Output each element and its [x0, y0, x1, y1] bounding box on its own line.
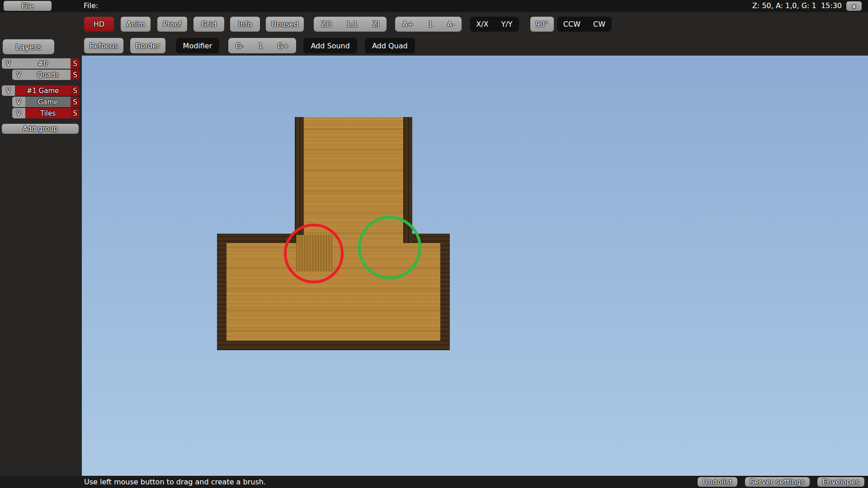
unused-toggle-button[interactable]: Unused	[266, 17, 304, 32]
layer-label[interactable]: Game	[25, 97, 71, 107]
map-canvas[interactable]	[82, 56, 868, 476]
modifier-button[interactable]: Modifier	[176, 38, 220, 53]
undolist-button[interactable]: Undolist	[698, 477, 737, 487]
proof-toggle-button[interactable]: Proof	[157, 17, 187, 32]
toolbar-row-2: Refocus Border Modifier G- 1 G+ Add Soun…	[84, 38, 415, 53]
refocus-button[interactable]: Refocus	[84, 38, 123, 53]
grid-size-value: 1	[251, 38, 270, 53]
layer-label[interactable]: Quads	[25, 70, 71, 80]
file-menu-button[interactable]: File	[4, 1, 52, 11]
visibility-toggle[interactable]: V	[12, 70, 25, 80]
anim-speed-up-button[interactable]: A+	[395, 17, 420, 32]
save-toggle[interactable]: S	[71, 70, 80, 80]
file-path-label: File:	[84, 1, 98, 10]
editor-status-readout: Z: 50, A: 1,0, G: 1 15:30	[752, 1, 842, 10]
grid-toggle-button[interactable]: Grid	[193, 17, 224, 32]
zoom-in-button[interactable]: ZI	[365, 17, 387, 32]
envelopes-button[interactable]: Envelopes	[817, 477, 864, 487]
status-bar-buttons: Undolist Server settings Envelopes	[698, 477, 864, 487]
anim-toggle-button[interactable]: Anim	[121, 17, 151, 32]
grid-size-group: G- 1 G+	[228, 38, 296, 53]
green-circle-annotation	[358, 216, 421, 279]
server-settings-button[interactable]: Server settings	[745, 477, 810, 487]
visibility-toggle[interactable]: V	[2, 85, 15, 96]
layer-row-game[interactable]: V Game S	[12, 97, 80, 107]
rotate-90-button[interactable]: 90°	[530, 17, 554, 32]
info-toggle-button[interactable]: Info	[230, 17, 260, 32]
layers-panel-title[interactable]: Layers	[3, 39, 54, 54]
hd-toggle-button[interactable]: HD	[84, 17, 114, 32]
toolbar-row-1: HD Anim Proof Grid Info Unused ZO 1:1 ZI…	[84, 17, 612, 32]
layer-label[interactable]: Tiles	[25, 108, 71, 118]
layers-panel: Layers V #0 S V Quads S V #1 Game S V Ga…	[2, 39, 80, 134]
save-toggle[interactable]: S	[71, 108, 80, 118]
add-sound-button[interactable]: Add Sound	[303, 38, 357, 53]
layer-row-tiles[interactable]: V Tiles S	[12, 108, 80, 118]
zoom-group: ZO 1:1 ZI	[314, 17, 387, 32]
zoom-out-button[interactable]: ZO	[314, 17, 339, 32]
add-group-button[interactable]: Add group	[2, 124, 79, 134]
anim-speed-value: 1	[421, 17, 440, 32]
visibility-toggle[interactable]: V	[12, 97, 25, 107]
border-button[interactable]: Border	[130, 38, 165, 53]
red-circle-annotation	[284, 224, 344, 283]
flip-x-button[interactable]: X/X	[470, 17, 495, 32]
close-icon[interactable]: x	[846, 1, 862, 11]
rotate-group: CCW CW	[557, 17, 612, 32]
top-menu-bar: File File: Z: 50, A: 1,0, G: 1 15:30 x	[0, 0, 868, 12]
layer-group-row-1-game[interactable]: V #1 Game S	[2, 85, 80, 96]
group-label[interactable]: #0	[15, 58, 71, 69]
visibility-toggle[interactable]: V	[2, 58, 15, 69]
status-bar: Use left mouse button to drag and create…	[0, 476, 868, 488]
group-label[interactable]: #1 Game	[15, 85, 71, 96]
rotate-ccw-button[interactable]: CCW	[557, 17, 587, 32]
save-toggle[interactable]: S	[71, 97, 80, 107]
save-toggle[interactable]: S	[71, 58, 80, 69]
layer-row-quads[interactable]: V Quads S	[12, 70, 80, 80]
grid-size-dec-button[interactable]: G-	[228, 38, 251, 53]
grid-size-inc-button[interactable]: G+	[270, 38, 297, 53]
flip-y-button[interactable]: Y/Y	[495, 17, 519, 32]
layer-group-row-0[interactable]: V #0 S	[2, 58, 80, 69]
flip-group: X/X Y/Y	[470, 17, 519, 32]
zoom-reset-button[interactable]: 1:1	[339, 17, 365, 32]
visibility-toggle[interactable]: V	[12, 108, 25, 118]
save-toggle[interactable]: S	[71, 85, 80, 96]
status-hint-text: Use left mouse button to drag and create…	[84, 478, 266, 486]
add-quad-button[interactable]: Add Quad	[365, 38, 415, 53]
rotate-cw-button[interactable]: CW	[587, 17, 612, 32]
anim-speed-down-button[interactable]: A-	[440, 17, 462, 32]
anim-speed-group: A+ 1 A-	[395, 17, 462, 32]
